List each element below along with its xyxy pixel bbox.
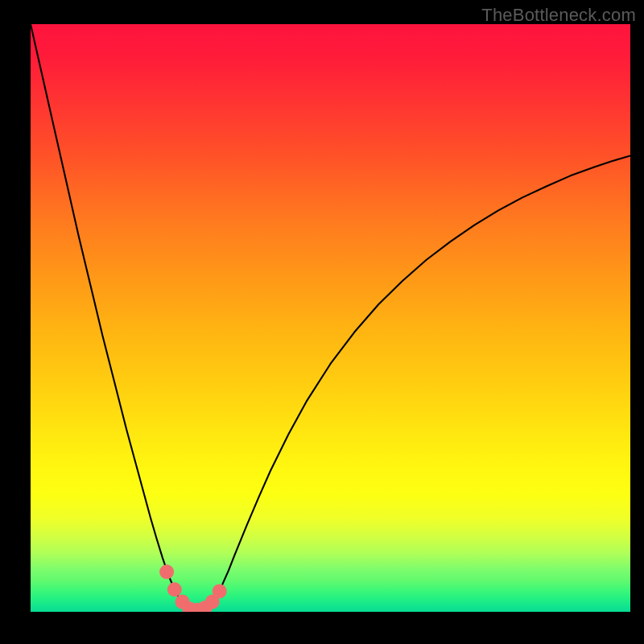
watermark-label: TheBottleneck.com — [481, 5, 636, 26]
chart-container: TheBottleneck.com — [0, 0, 644, 644]
plot-background-gradient — [31, 24, 630, 612]
